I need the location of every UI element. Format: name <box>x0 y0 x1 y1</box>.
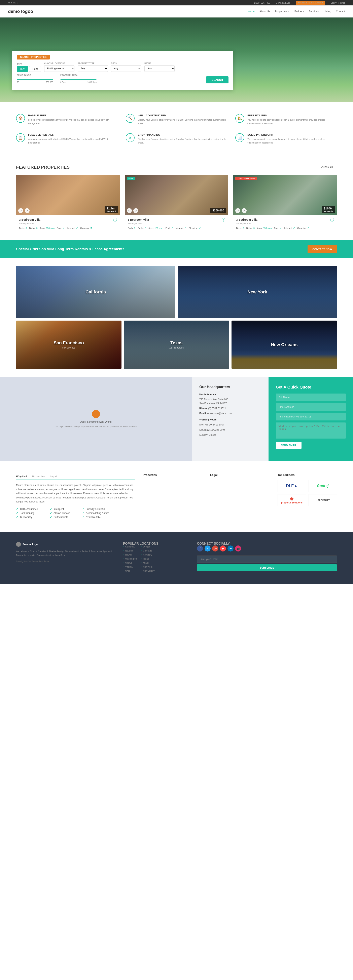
hq-title: Our Headquarters <box>199 385 261 389</box>
search-row-1: TYPE Buy Rent CHOOSE LOCATIONS Nothing s… <box>17 62 228 72</box>
footer-loc-kentucky[interactable]: Kentucky <box>141 554 155 556</box>
top-download[interactable]: Download App <box>276 2 290 4</box>
instagram-icon[interactable]: 📷 <box>235 546 241 552</box>
footer-loc-ottawa[interactable]: Ottawa <box>123 562 137 564</box>
quote-email-input[interactable] <box>276 403 346 411</box>
compare-icon-2[interactable]: ⤢ <box>133 208 138 213</box>
location-newyork[interactable]: New York <box>178 266 337 318</box>
contact-now-button[interactable]: CONTACT NOW <box>308 245 337 253</box>
footer-loc-miami[interactable]: Miami <box>141 562 155 564</box>
property-info-btn-2[interactable]: i <box>222 218 225 221</box>
search-box: SEARCH PROPERTIES TYPE Buy Rent CHOOSE L… <box>12 51 233 90</box>
logo[interactable]: demo logoo <box>8 9 33 14</box>
top-login[interactable]: Login/Register <box>331 2 345 4</box>
nav-about[interactable]: About Us <box>259 10 270 13</box>
nav-contact[interactable]: Contact <box>336 10 345 13</box>
why-tab-2[interactable]: Legal <box>50 473 57 480</box>
property-image-3: LONG TERM RENTAL ♡ ⤢ $1600 per month <box>233 175 337 215</box>
footer-grid: Footer logo We believe in Simple, Creati… <box>16 542 337 574</box>
feature-text-1: demo provides support for Native HTML5 V… <box>28 118 118 125</box>
footer-locations-list2: Oregon Colorado Kentucky Texas Miami New… <box>141 546 155 574</box>
quote-message-input[interactable] <box>276 422 346 439</box>
twitter-icon[interactable]: t <box>204 546 211 552</box>
baths-select[interactable]: Any <box>144 65 174 72</box>
why-text: Mauris eleifend est et turpis. Duis id e… <box>16 483 135 504</box>
nav-properties[interactable]: Properties ∨ <box>275 10 290 13</box>
location-california[interactable]: California <box>16 266 176 318</box>
featured-section: FEATURED PROPERTIES CHECK ALL ♡ ⤢ $1.2m … <box>0 157 353 240</box>
favorite-icon-2[interactable]: ♡ <box>127 208 132 213</box>
location-sanfrancisco[interactable]: San Francisco 8 Properties <box>16 321 121 369</box>
nav-services[interactable]: Services <box>309 10 319 13</box>
nav-home[interactable]: Home <box>248 10 255 13</box>
feature-content-3: FREE UTILITES You have complete easy con… <box>248 114 337 125</box>
footer-loc-oregon[interactable]: Oregon <box>141 546 155 548</box>
map-placeholder: ! Oops! Something went wrong. This page … <box>55 410 137 428</box>
well-constructed-icon: 🔨 <box>126 114 134 123</box>
footer-loc-virginia[interactable]: Virginia <box>123 566 137 568</box>
favorite-icon-3[interactable]: ♡ <box>235 208 240 213</box>
baths-field: BATHS Any <box>144 62 174 72</box>
nav-builders[interactable]: Builders <box>294 10 304 13</box>
why-check-5: Always Curious <box>50 512 70 514</box>
why-tab-1[interactable]: Properties <box>32 473 45 480</box>
footer-description: We believe in Simple, Creative & Flexibl… <box>16 549 115 557</box>
footer-loc-california[interactable]: California <box>123 546 137 548</box>
compare-icon-1[interactable]: ⤢ <box>25 208 30 213</box>
search-button[interactable]: SEARCH <box>206 76 228 83</box>
why-tabs: Why Us? Properties Legal <box>16 473 135 480</box>
type-buy-btn[interactable]: Buy <box>17 66 28 72</box>
footer-loc-washington[interactable]: Washington <box>123 558 137 560</box>
price-range-track[interactable] <box>17 79 53 80</box>
beds-select[interactable]: Any <box>111 65 141 72</box>
googleplus-icon[interactable]: g+ <box>212 546 218 552</box>
quick-quote-title: Get A Quick Quote <box>276 385 346 390</box>
feature-item-2: 🔨 WELL CONSTRUCTED Display your Content … <box>126 114 227 125</box>
property-action-icons-1: ♡ ⤢ <box>18 208 30 213</box>
favorite-icon-1[interactable]: ♡ <box>18 208 23 213</box>
top-address[interactable]: Mi-Sites ∨ <box>8 2 18 4</box>
quote-name-input[interactable] <box>276 393 346 401</box>
youtube-icon[interactable]: ▶ <box>220 546 226 552</box>
location-texas[interactable]: Texas 15 Properties <box>124 321 229 369</box>
california-name: California <box>85 290 106 294</box>
locations-grid-top: California New York <box>16 266 337 318</box>
property-type-select[interactable]: Any <box>78 65 108 72</box>
footer-loc-nevada[interactable]: Nevada <box>123 549 137 552</box>
property-info-btn-1[interactable]: i <box>113 218 117 221</box>
feature-content-4: FLEXIBLE RENTALS demo provides support f… <box>28 133 118 145</box>
area-min: 0 Sqm <box>60 81 66 83</box>
linkedin-icon[interactable]: in <box>227 546 233 552</box>
footer-email-input[interactable] <box>197 555 337 563</box>
feature-title-5: EASY FINANCING <box>138 133 227 136</box>
footer-loc-ohio[interactable]: Ohio <box>123 570 137 572</box>
footer-loc-texas[interactable]: Texas <box>141 558 155 560</box>
texas-count: 15 Properties <box>169 346 184 349</box>
footer-loc-newjersey[interactable]: New Jersey <box>141 570 155 572</box>
subscribe-button[interactable]: SUBSCRIBE <box>197 564 337 571</box>
facebook-icon[interactable]: f <box>197 546 203 552</box>
footer-loc-newyork[interactable]: New York <box>141 566 155 568</box>
footer-loc-colorado[interactable]: Colorado <box>141 549 155 552</box>
california-overlay: California <box>16 266 176 318</box>
send-email-button[interactable]: SEND EMAIL <box>276 442 302 449</box>
hq-address: 795 Folsom Ave, Suite 600San Francisco, … <box>199 398 261 405</box>
why-check-4: Intelligent <box>50 508 70 511</box>
property-name-row-1: 3 Bedroom Villa i <box>19 218 117 221</box>
why-tab-0[interactable]: Why Us? <box>16 473 27 480</box>
compare-icon-3[interactable]: ⤢ <box>242 208 247 213</box>
property-info-btn-3[interactable]: i <box>330 218 334 221</box>
quote-phone-input[interactable] <box>276 413 346 420</box>
locations-select[interactable]: Nothing selected <box>44 65 74 72</box>
nav-links: Home About Us Properties ∨ Builders Serv… <box>248 10 345 13</box>
footer-loc-hawaii[interactable]: Hawaii <box>123 554 137 556</box>
type-rent-btn[interactable]: Rent <box>29 66 41 72</box>
top-sell[interactable]: Sell/Rent Your Property ∨ <box>296 1 325 5</box>
area-track[interactable] <box>60 79 97 80</box>
location-neworleans[interactable]: New Orleans <box>232 321 337 369</box>
top-phone: +1(800)-025-7890 <box>252 2 270 4</box>
check-all-button[interactable]: CHECK ALL <box>318 165 337 170</box>
nav-listing[interactable]: Listing <box>324 10 331 13</box>
property-details-3: Beds: 3 Baths: 3 Area: 150 sqm Pool: ✔ I… <box>236 227 334 229</box>
feature-item-1: 🏠 HASSLE FREE demo provides support for … <box>16 114 118 125</box>
